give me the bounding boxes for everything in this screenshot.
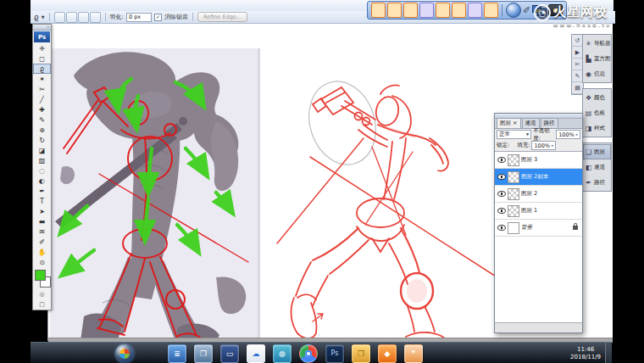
selection-subtract-button[interactable] bbox=[78, 12, 89, 23]
pen-tool[interactable]: ✒ bbox=[33, 186, 51, 196]
背景[interactable]: 背景 bbox=[495, 220, 582, 237]
tool-preset-dropdown-icon[interactable]: ▼ bbox=[42, 14, 45, 20]
marquee-tool[interactable]: ◻ bbox=[33, 53, 51, 64]
history-brush-tool[interactable]: ↻ bbox=[33, 135, 51, 145]
图层 2副本[interactable]: 图层 2副本 bbox=[495, 169, 582, 186]
eyedropper-tool[interactable]: ✐ bbox=[33, 237, 51, 247]
fill-input[interactable]: 100%▸ bbox=[531, 141, 556, 150]
tray-recorder-icon[interactable] bbox=[547, 349, 555, 357]
refine-edge-button[interactable]: Refine Edge... bbox=[197, 12, 247, 22]
layer-visibility-toggle[interactable] bbox=[497, 208, 506, 214]
notes-tool[interactable]: ✉ bbox=[33, 226, 51, 237]
taskbar-folder[interactable]: ❐ bbox=[352, 344, 370, 363]
hand-tool[interactable]: ✋ bbox=[33, 247, 51, 257]
color-panel[interactable]: ❖ 颜色 bbox=[583, 90, 611, 105]
stylus-icon[interactable]: ✐ bbox=[523, 6, 530, 15]
eraser-tool[interactable]: ◪ bbox=[33, 145, 51, 155]
clone-stamp-tool[interactable]: ⊕ bbox=[33, 125, 51, 135]
channels-panel-button[interactable]: ◧ 通道 bbox=[583, 159, 611, 175]
layer-visibility-toggle[interactable] bbox=[497, 225, 506, 231]
layer-visibility-toggle[interactable] bbox=[497, 191, 506, 197]
move-tool[interactable]: ✛ bbox=[33, 43, 51, 53]
show-desktop-button[interactable] bbox=[605, 343, 612, 363]
taskbar-display-settings[interactable]: ▭ bbox=[220, 344, 239, 363]
layer-visibility-toggle[interactable] bbox=[497, 157, 506, 163]
selection-new-button[interactable] bbox=[54, 12, 65, 23]
screen-monitor-tile[interactable] bbox=[403, 3, 418, 18]
start-button[interactable] bbox=[115, 344, 134, 363]
lasso-tool[interactable]: ϱ bbox=[33, 64, 51, 74]
taskbar-messenger[interactable]: ❞ bbox=[404, 344, 423, 363]
screen-mode-button[interactable]: ▢ bbox=[33, 299, 51, 310]
screen-normal-tile[interactable] bbox=[419, 3, 434, 18]
type-tool[interactable]: T bbox=[33, 196, 51, 206]
layer-thumbnail[interactable] bbox=[508, 154, 519, 166]
layer-thumbnail[interactable] bbox=[508, 205, 519, 217]
taskbar-chrome[interactable] bbox=[299, 344, 318, 363]
navigator-panel[interactable]: ✳ 导航器 bbox=[583, 36, 611, 51]
图层 2[interactable]: 图层 2 bbox=[495, 186, 582, 203]
taskbar-office-app[interactable]: ◆ bbox=[378, 344, 397, 363]
toolbar-separator bbox=[502, 4, 502, 16]
taskbar-explorer[interactable]: ❐ bbox=[194, 344, 213, 363]
taskbar-browser[interactable]: ◍ bbox=[273, 344, 291, 363]
selection-add-button[interactable] bbox=[66, 12, 77, 23]
feather-input[interactable]: 0 px bbox=[126, 13, 152, 22]
layer-thumbnail[interactable] bbox=[508, 171, 519, 183]
antialias-checkbox[interactable]: ✓ bbox=[154, 14, 162, 21]
tray-volume-icon[interactable] bbox=[558, 349, 566, 357]
layer-thumbnail[interactable] bbox=[508, 188, 519, 200]
lasso-tool-icon[interactable]: ϱ bbox=[34, 13, 39, 21]
quick-launch-tile[interactable] bbox=[452, 3, 466, 18]
selection-intersect-button[interactable] bbox=[90, 12, 101, 23]
tray-expand-icon[interactable] bbox=[525, 349, 533, 357]
dodge-tool[interactable]: ◐ bbox=[33, 176, 51, 186]
histogram-panel[interactable]: ▙ 直方图 bbox=[583, 51, 611, 66]
path-selection-tool[interactable]: ➤ bbox=[33, 206, 51, 216]
magic-wand-tool[interactable]: ✶ bbox=[33, 74, 51, 84]
antialias-label: 消除锯齿 bbox=[164, 13, 188, 21]
toolbox-header[interactable]: » bbox=[33, 25, 51, 31]
taskbar-notepad[interactable]: ≣ bbox=[168, 344, 186, 363]
blur-tool[interactable]: ◌ bbox=[33, 165, 51, 176]
shape-tool[interactable]: ▬ bbox=[33, 216, 51, 226]
tray-app-icon[interactable] bbox=[503, 349, 511, 357]
图层 3[interactable]: 图层 3 bbox=[495, 152, 582, 169]
layer-thumbnail[interactable] bbox=[508, 222, 519, 234]
photoshop-window: ϱ ▼ 羽化: 0 px ✓ 消除锯齿 Refine Edge... ✐ ⇄ ◔… bbox=[0, 0, 644, 363]
screen-switch-tile[interactable] bbox=[371, 3, 386, 18]
taskbar-baidu-cloud[interactable]: ☁ bbox=[247, 344, 265, 363]
info-panel[interactable]: ◉ 信息 bbox=[583, 66, 611, 81]
swatches-panel[interactable]: ▤ 色板 bbox=[583, 105, 611, 120]
tab-layers[interactable]: 图层 × bbox=[497, 118, 521, 128]
layer-visibility-toggle[interactable] bbox=[497, 174, 506, 180]
quick-mask-button[interactable]: ◎ bbox=[33, 289, 51, 299]
zoom-tool[interactable]: ⊙ bbox=[33, 257, 51, 267]
tray-pen-icon[interactable] bbox=[514, 349, 522, 357]
图层 1[interactable]: 图层 1 bbox=[495, 203, 582, 220]
window-mode-tile[interactable] bbox=[436, 3, 450, 18]
reference-sketch[interactable] bbox=[50, 48, 260, 341]
healing-brush-tool[interactable]: ✚ bbox=[33, 104, 51, 114]
classroom-logo-icon[interactable] bbox=[506, 3, 521, 18]
tray-display-icon[interactable] bbox=[536, 349, 544, 357]
brush-tool[interactable]: ✎ bbox=[33, 114, 51, 125]
taskbar-photoshop[interactable]: Ps bbox=[325, 344, 344, 363]
slice-tool[interactable]: ╱ bbox=[33, 94, 51, 104]
blend-mode-select[interactable]: 正常▼ bbox=[497, 130, 531, 139]
layer-name: 图层 3 bbox=[521, 156, 580, 164]
tray-ime-icon[interactable] bbox=[492, 349, 500, 357]
gradient-tool[interactable]: ▨ bbox=[33, 155, 51, 165]
taskbar-clock[interactable]: 11:46 2018/11/9 bbox=[570, 346, 601, 360]
pose-drawing[interactable] bbox=[264, 47, 522, 342]
paths-panel-button[interactable]: ✒ 路径 bbox=[583, 175, 611, 190]
foreground-swatch[interactable] bbox=[35, 270, 46, 281]
opacity-input[interactable]: 100%▸ bbox=[556, 130, 580, 139]
combined-window-tile[interactable] bbox=[468, 3, 482, 18]
screen-demo-tile[interactable] bbox=[387, 3, 402, 18]
layer-name: 图层 1 bbox=[521, 207, 580, 215]
layers-panel-button[interactable]: ❏ 图层 bbox=[583, 144, 611, 159]
styles-panel[interactable]: ◨ 样式 bbox=[583, 120, 611, 136]
voice-broadcast-tile[interactable] bbox=[484, 3, 498, 18]
crop-tool[interactable]: ✂ bbox=[33, 84, 51, 94]
